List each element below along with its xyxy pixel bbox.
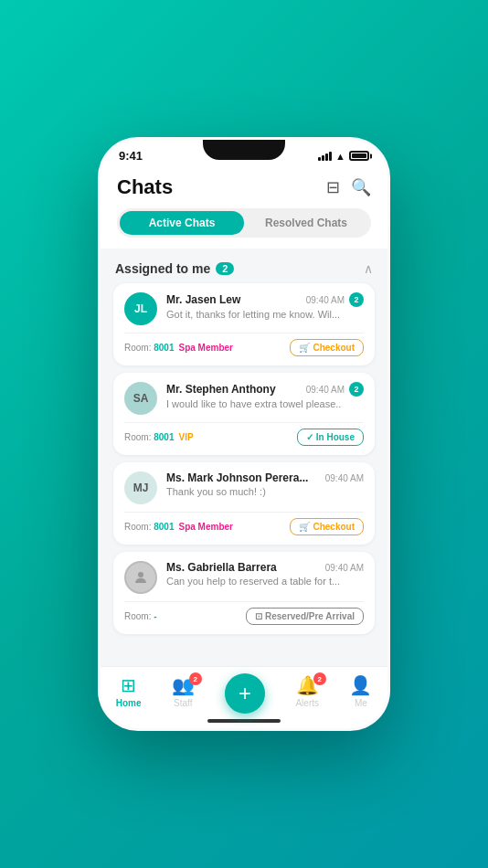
chat-preview: Can you help to reserved a table for t..… [166, 576, 364, 587]
alerts-icon: 🔔 2 [296, 674, 319, 696]
room-label: Room: 8001 [124, 343, 174, 353]
chat-name: Mr. Stephen Anthony [166, 383, 276, 396]
checkout-button[interactable]: 🛒 Checkout [290, 339, 364, 356]
unread-badge: 2 [349, 382, 364, 397]
chat-bottom: Room: 8001 Spa Member 🛒 Checkout [124, 333, 364, 356]
section-header: Assigned to me 2 ∧ [113, 258, 375, 283]
chat-time: 09:40 AM [306, 295, 345, 305]
header-icons: ⊟ 🔍 [326, 177, 371, 197]
tab-resolved-chats[interactable]: Resolved Chats [244, 211, 368, 235]
phone-frame: 9:41 ▲ Chats ⊟ 🔍 Active Chats Resolved C… [98, 137, 390, 731]
chat-top: SA Mr. Stephen Anthony 09:40 AM 2 I woul… [124, 382, 364, 415]
chat-card-mj[interactable]: MJ Ms. Mark Johnson Perera... 09:40 AM T… [113, 462, 375, 545]
chat-time: 09:40 AM [325, 473, 364, 483]
home-bar [101, 719, 387, 728]
room-info-row: Room: 8001 Spa Member [124, 343, 233, 353]
svg-point-0 [138, 572, 143, 577]
chat-name: Ms. Gabriella Barrera [166, 561, 277, 574]
member-type-badge: Spa Member [178, 522, 232, 532]
chat-name-row: Mr. Stephen Anthony 09:40 AM 2 [166, 382, 364, 397]
home-indicator [207, 719, 281, 723]
chat-top: MJ Ms. Mark Johnson Perera... 09:40 AM T… [124, 471, 364, 504]
chat-card-sa[interactable]: SA Mr. Stephen Anthony 09:40 AM 2 I woul… [113, 373, 375, 455]
chat-top: JL Mr. Jasen Lew 09:40 AM 2 Got it, than… [124, 292, 364, 325]
chat-name-row: Ms. Gabriella Barrera 09:40 AM [166, 561, 364, 574]
chat-info: Ms. Mark Johnson Perera... 09:40 AM Than… [166, 471, 364, 497]
chat-time: 09:40 AM [325, 563, 364, 573]
room-info-row: Room: 8001 Spa Member [124, 522, 233, 532]
staff-badge: 2 [189, 672, 202, 685]
nav-staff[interactable]: 👥 2 Staff [172, 674, 195, 708]
room-info-row: Room: 8001 VIP [124, 432, 194, 442]
reserved-icon: ⊡ [255, 611, 262, 621]
checkout-icon: 🛒 [299, 343, 310, 353]
avatar-gb [124, 561, 157, 594]
search-icon[interactable]: 🔍 [351, 177, 371, 197]
room-number: - [154, 611, 156, 621]
alerts-badge: 2 [313, 672, 326, 685]
status-icons: ▲ [318, 151, 369, 162]
tab-active-chats[interactable]: Active Chats [120, 211, 244, 235]
room-number: 8001 [154, 343, 174, 353]
chat-compose-icon[interactable]: ⊟ [326, 177, 340, 197]
member-type-badge: Spa Member [178, 343, 232, 353]
chat-time-badge: 09:40 AM 2 [306, 292, 364, 307]
chat-info: Ms. Gabriella Barrera 09:40 AM Can you h… [166, 561, 364, 587]
status-bar: 9:41 ▲ [101, 140, 387, 168]
alerts-label: Alerts [295, 698, 319, 708]
staff-label: Staff [174, 698, 192, 708]
chat-name-row: Mr. Jasen Lew 09:40 AM 2 [166, 292, 364, 307]
avatar-sa: SA [124, 382, 157, 415]
chat-time-badge: 09:40 AM [325, 473, 364, 483]
chat-name: Ms. Mark Johnson Perera... [166, 471, 308, 484]
staff-icon: 👥 2 [172, 674, 195, 696]
chat-name: Mr. Jasen Lew [166, 293, 240, 306]
room-number: 8001 [154, 432, 174, 442]
chat-info: Mr. Stephen Anthony 09:40 AM 2 I would l… [166, 382, 364, 409]
nav-alerts[interactable]: 🔔 2 Alerts [295, 674, 319, 708]
chat-bottom: Room: 8001 Spa Member 🛒 Checkout [124, 512, 364, 535]
header: Chats ⊟ 🔍 [101, 168, 387, 208]
me-icon: 👤 [349, 674, 372, 696]
page-title: Chats [117, 175, 173, 199]
chat-name-row: Ms. Mark Johnson Perera... 09:40 AM [166, 471, 364, 484]
nav-home[interactable]: ⊞ Home [116, 674, 142, 708]
chat-bottom: Room: 8001 VIP ✓ In House [124, 422, 364, 446]
chat-time-badge: 09:40 AM [325, 563, 364, 573]
chat-time-badge: 09:40 AM 2 [306, 382, 364, 397]
signal-bars-icon [318, 152, 332, 161]
room-label: Room: 8001 [124, 432, 174, 442]
chat-card-jl[interactable]: JL Mr. Jasen Lew 09:40 AM 2 Got it, than… [113, 283, 375, 365]
home-label: Home [116, 698, 142, 708]
room-info-row: Room: - [124, 611, 157, 621]
vip-badge: VIP [178, 432, 193, 442]
avatar-mj: MJ [124, 471, 157, 504]
section-title: Assigned to me 2 [115, 261, 234, 276]
reserved-button[interactable]: ⊡ Reserved/Pre Arrival [246, 608, 364, 625]
checkout-icon: 🛒 [299, 522, 310, 532]
room-label: Room: - [124, 611, 157, 621]
bottom-nav: ⊞ Home 👥 2 Staff + 🔔 2 Alerts 👤 Me [101, 666, 387, 719]
chat-top: Ms. Gabriella Barrera 09:40 AM Can you h… [124, 561, 364, 594]
inhouse-button[interactable]: ✓ In House [297, 429, 364, 446]
tabs-container: Active Chats Resolved Chats [101, 208, 387, 249]
avatar-jl: JL [124, 292, 157, 325]
add-button[interactable]: + [225, 673, 265, 714]
checkmark-icon: ✓ [306, 432, 313, 442]
room-label: Room: 8001 [124, 522, 174, 532]
chat-content: Assigned to me 2 ∧ JL Mr. Jasen Lew 09:4… [101, 249, 387, 666]
chat-info: Mr. Jasen Lew 09:40 AM 2 Got it, thanks … [166, 292, 364, 320]
chat-preview: I would like to have extra towel please.… [166, 398, 364, 409]
nav-me[interactable]: 👤 Me [349, 674, 372, 708]
checkout-button[interactable]: 🛒 Checkout [290, 518, 364, 535]
chat-preview: Thank you so much! :) [166, 486, 364, 497]
section-count: 2 [216, 262, 234, 275]
chat-preview: Got it, thanks for letting me know. Wil.… [166, 309, 364, 320]
me-label: Me [355, 698, 367, 708]
chat-card-gb[interactable]: Ms. Gabriella Barrera 09:40 AM Can you h… [113, 552, 375, 634]
chat-bottom: Room: - ⊡ Reserved/Pre Arrival [124, 601, 364, 625]
notch [203, 140, 285, 160]
collapse-icon[interactable]: ∧ [364, 261, 373, 276]
room-number: 8001 [154, 522, 174, 532]
chat-time: 09:40 AM [306, 385, 345, 395]
